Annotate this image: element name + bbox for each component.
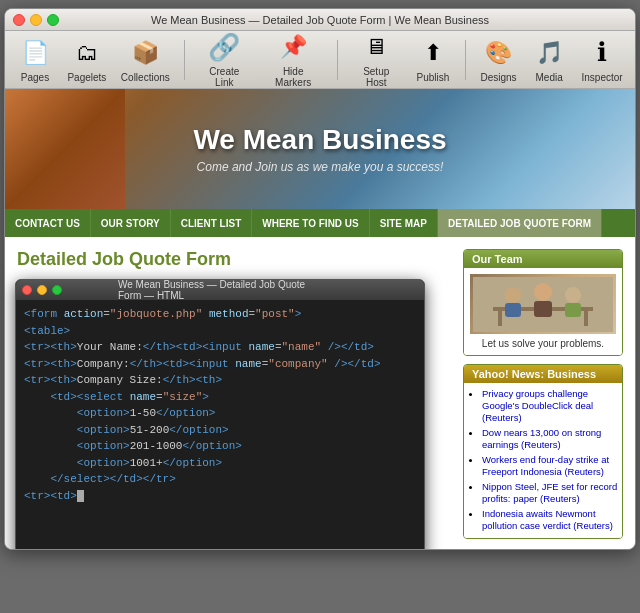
svg-point-6	[534, 283, 552, 301]
inspector-icon: ℹ	[586, 37, 618, 69]
html-title-bar: We Mean Business — Detailed Job Quote Fo…	[16, 280, 424, 300]
main-window: We Mean Business — Detailed Job Quote Fo…	[4, 8, 636, 550]
page-content: We Mean Business Come and Join us as we …	[5, 89, 635, 549]
team-widget-text: Let us solve your problems.	[470, 338, 616, 349]
code-line: <tr><th>Company:</th><td><input name="co…	[24, 356, 416, 373]
code-line: <table>	[24, 323, 416, 340]
svg-point-4	[505, 287, 521, 303]
pages-icon: 📄	[19, 37, 51, 69]
toolbar-media[interactable]: 🎵 Media	[527, 33, 571, 87]
close-button[interactable]	[13, 14, 25, 26]
svg-rect-5	[505, 303, 521, 317]
collections-icon: 📦	[129, 37, 161, 69]
title-bar: We Mean Business — Detailed Job Quote Fo…	[5, 9, 635, 31]
news-link-4[interactable]: Nippon Steel, JFE set for record profits…	[482, 481, 617, 504]
team-widget-body: Let us solve your problems.	[464, 268, 622, 355]
list-item: Nippon Steel, JFE set for record profits…	[482, 480, 618, 504]
html-window-title: We Mean Business — Detailed Job Quote Fo…	[118, 279, 322, 301]
nav-site-map[interactable]: SITE MAP	[370, 209, 438, 237]
toolbar: 📄 Pages 🗂 Pagelets 📦 Collections 🔗 Creat…	[5, 31, 635, 89]
team-illustration	[473, 277, 613, 332]
html-maximize-button[interactable]	[52, 285, 62, 295]
designs-label: Designs	[480, 72, 516, 83]
news-link-2[interactable]: Dow nears 13,000 on strong earnings (Reu…	[482, 427, 601, 450]
toolbar-sep-1	[184, 40, 185, 80]
hide-markers-label: Hide Markers	[266, 66, 321, 88]
nav-job-quote[interactable]: DETAILED JOB QUOTE FORM	[438, 209, 602, 237]
list-item: Indonesia awaits Newmont pollution case …	[482, 507, 618, 531]
media-label: Media	[536, 72, 563, 83]
toolbar-inspector[interactable]: ℹ Inspector	[577, 33, 627, 87]
designs-icon: 🎨	[483, 37, 515, 69]
code-line: <td><select name="size">	[24, 389, 416, 406]
nav-client-list[interactable]: CLIENT LIST	[171, 209, 253, 237]
hide-markers-icon: 📌	[277, 31, 309, 63]
toolbar-setup-host[interactable]: 🖥 Setup Host	[347, 27, 405, 92]
svg-rect-9	[565, 303, 581, 317]
toolbar-sep-2	[337, 40, 338, 80]
code-line: <option>1001+</option>	[24, 455, 416, 472]
news-widget-header: Yahoo! News: Business	[464, 365, 622, 383]
site-navigation: CONTACT US OUR STORY CLIENT LIST WHERE T…	[5, 209, 635, 237]
code-line: <tr><th>Your Name:</th><td><input name="…	[24, 339, 416, 356]
code-line: <option>201-1000</option>	[24, 438, 416, 455]
text-cursor	[77, 490, 84, 502]
svg-rect-7	[534, 301, 552, 317]
publish-icon: ⬆	[417, 37, 449, 69]
code-line: <tr><th>Company Size:</th><th>	[24, 372, 416, 389]
hero-section: We Mean Business Come and Join us as we …	[5, 89, 635, 209]
html-close-button[interactable]	[22, 285, 32, 295]
collections-label: Collections	[121, 72, 170, 83]
list-item: Privacy groups challenge Google's Double…	[482, 387, 618, 423]
code-line: <option>51-200</option>	[24, 422, 416, 439]
news-link-3[interactable]: Workers end four-day strike at Freeport …	[482, 454, 609, 477]
minimize-button[interactable]	[30, 14, 42, 26]
toolbar-designs[interactable]: 🎨 Designs	[476, 33, 521, 87]
code-line	[24, 537, 416, 549]
pages-label: Pages	[21, 72, 49, 83]
hero-title: We Mean Business	[193, 124, 446, 156]
setup-host-label: Setup Host	[353, 66, 399, 88]
create-link-icon: 🔗	[208, 31, 240, 63]
traffic-lights	[13, 14, 59, 26]
pagelets-icon: 🗂	[71, 37, 103, 69]
toolbar-create-link[interactable]: 🔗 Create Link	[195, 27, 254, 92]
toolbar-publish[interactable]: ⬆ Publish	[411, 33, 455, 87]
setup-host-icon: 🖥	[360, 31, 392, 63]
svg-rect-3	[584, 311, 588, 326]
news-widget: Yahoo! News: Business Privacy groups cha…	[463, 364, 623, 539]
list-item: Dow nears 13,000 on strong earnings (Reu…	[482, 426, 618, 450]
code-line: <form action="jobquote.php" method="post…	[24, 306, 416, 323]
hero-subtitle: Come and Join us as we make you a succes…	[197, 160, 444, 174]
create-link-label: Create Link	[201, 66, 248, 88]
html-minimize-button[interactable]	[37, 285, 47, 295]
nav-contact-us[interactable]: CONTACT US	[5, 209, 91, 237]
news-link-1[interactable]: Privacy groups challenge Google's Double…	[482, 388, 593, 423]
toolbar-pages[interactable]: 📄 Pages	[13, 33, 57, 87]
media-icon: 🎵	[533, 37, 565, 69]
html-source-window[interactable]: We Mean Business — Detailed Job Quote Fo…	[15, 279, 425, 549]
toolbar-collections[interactable]: 📦 Collections	[117, 33, 174, 87]
pagelets-label: Pagelets	[67, 72, 106, 83]
html-code-editor[interactable]: <form action="jobquote.php" method="post…	[16, 300, 424, 549]
code-line	[24, 504, 416, 521]
code-line: <tr><td>	[24, 488, 416, 505]
news-link-5[interactable]: Indonesia awaits Newmont pollution case …	[482, 508, 613, 531]
toolbar-hide-markers[interactable]: 📌 Hide Markers	[260, 27, 327, 92]
toolbar-sep-3	[465, 40, 466, 80]
code-line: </select></td></tr>	[24, 471, 416, 488]
maximize-button[interactable]	[47, 14, 59, 26]
code-line: <option>1-50</option>	[24, 405, 416, 422]
team-widget: Our Team	[463, 249, 623, 356]
page-title: Detailed Job Quote Form	[17, 249, 451, 270]
toolbar-pagelets[interactable]: 🗂 Pagelets	[63, 33, 111, 87]
nav-where-to-find[interactable]: WHERE TO FIND US	[252, 209, 369, 237]
svg-point-8	[565, 287, 581, 303]
window-title: We Mean Business — Detailed Job Quote Fo…	[151, 14, 489, 26]
nav-our-story[interactable]: OUR STORY	[91, 209, 171, 237]
code-line	[24, 521, 416, 538]
team-widget-header: Our Team	[464, 250, 622, 268]
right-sidebar: Our Team	[463, 249, 623, 547]
publish-label: Publish	[417, 72, 450, 83]
news-list: Privacy groups challenge Google's Double…	[464, 383, 622, 538]
